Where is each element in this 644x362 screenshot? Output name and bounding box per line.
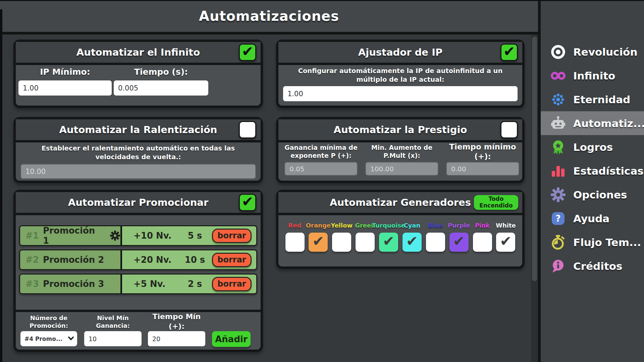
min-p-exponent-input[interactable] [284, 162, 358, 176]
promotion-settings-gear-icon[interactable] [110, 230, 120, 241]
delete-promotion-2-button[interactable]: borrar [212, 253, 252, 267]
generator-orange-checkbox[interactable]: ✔ [309, 233, 328, 252]
panel-auto-promote-header: Automatizar Promocionar ✔ [16, 192, 261, 215]
sidebar-menu: Revolución Infinito [541, 40, 644, 278]
time-label: Tiempo (s): [114, 67, 208, 77]
bar-chart-icon [550, 163, 566, 179]
generator-green-checkbox[interactable] [356, 233, 375, 252]
panel-title: Automatizar Promocionar [68, 197, 209, 208]
panel-title: Automatizar la Prestigio [334, 124, 467, 135]
sidebar-item-eternidad[interactable]: Eternidad [541, 87, 644, 111]
panel-auto-prestige-body: Ganancia mínima de exponente P (+): Min.… [278, 142, 522, 181]
auto-infinity-checkbox[interactable]: ✔ [239, 44, 256, 61]
promo-number-group: Número de Promoción: #4 Promo... [20, 312, 77, 346]
min-pmult-group: Min. Aumento de P.Mult (x): [365, 143, 438, 176]
delete-promotion-3-button[interactable]: borrar [212, 277, 252, 291]
generator-red-checkbox[interactable] [285, 233, 305, 252]
generator-pink: Pink [473, 222, 492, 252]
generator-label: White [496, 222, 516, 231]
delete-promotion-1-button[interactable]: borrar [212, 229, 252, 243]
panel-auto-promote-body: #1 Promoción 1 [16, 215, 261, 350]
generator-blue-checkbox[interactable] [426, 233, 445, 252]
add-promotion-form: Número de Promoción: #4 Promo... Nivel M… [16, 310, 261, 350]
checkmark-icon: ✔ [241, 195, 253, 209]
promo-number-label: Número de Promoción: [20, 313, 77, 330]
promotion-levels: +5 Nv. [133, 279, 178, 289]
min-time-plus-input[interactable] [148, 331, 205, 346]
time-field-group: Tiempo (s): [114, 67, 208, 96]
ip-multiple-input[interactable] [283, 86, 518, 101]
min-time-label: Tiempo mínimo (+): [446, 143, 519, 160]
automations-page: Automatizaciones Automatizar el Infinito… [0, 0, 644, 362]
time-input[interactable] [114, 80, 208, 96]
promotion-row-3-values: +5 Nv. 2 s borrar [122, 275, 256, 293]
add-promotion-button[interactable]: Añadir [212, 331, 251, 347]
promotion-row-1-info: #1 Promoción 1 [20, 226, 122, 245]
toggle-all-generators-button[interactable]: Todo Encendido [474, 195, 518, 210]
sidebar-item-label: Logros [573, 141, 613, 153]
sidebar-item-logros[interactable]: Logros [541, 135, 644, 159]
checkmark-icon: ✔ [406, 234, 418, 248]
promotion-index: #2 [25, 255, 39, 265]
generator-turquoise-checkbox[interactable]: ✔ [379, 233, 398, 252]
auto-prestige-checkbox[interactable] [500, 121, 518, 138]
promo-number-select[interactable]: #4 Promo... [20, 331, 77, 346]
panel-auto-infinity: Automatizar el Infinito ✔ IP Mínimo: Tie… [13, 40, 263, 108]
auto-promote-checkbox[interactable]: ✔ [239, 194, 256, 211]
sidebar-item-label: Revolución [573, 46, 637, 58]
min-pmult-input[interactable] [365, 162, 438, 176]
panel-title: Automatizar el Infinito [76, 47, 200, 58]
sidebar-item-automatizaciones[interactable]: Automatiz... [541, 111, 644, 135]
content-scrollbar-track[interactable] [531, 35, 538, 362]
sidebar-item-creditos[interactable]: Créditos [541, 254, 644, 278]
generator-label: Purple [448, 222, 470, 231]
min-ip-input[interactable] [18, 80, 112, 96]
sidebar-item-revolucion[interactable]: Revolución [541, 40, 644, 64]
checkmark-icon: ✔ [312, 234, 324, 248]
panel-title: Ajustador de IP [358, 47, 442, 58]
sidebar-item-flujo-temporal[interactable]: Flujo Tem... [541, 230, 644, 254]
sidebar-item-infinito[interactable]: Infinito [541, 64, 644, 87]
panel-title: Automatizar Generadores [330, 197, 471, 208]
toggle-all-line1: Todo [489, 196, 504, 202]
min-p-exponent-label: Ganancia mínima de exponente P (+): [284, 143, 358, 160]
generator-purple-checkbox[interactable]: ✔ [449, 233, 469, 252]
ip-adjuster-checkbox[interactable]: ✔ [500, 44, 518, 61]
generator-red: Red [285, 222, 305, 252]
sidebar-item-ayuda[interactable]: ? Ayuda [541, 206, 644, 230]
panel-auto-slowdown-body: Establecer el ralentamiento automático e… [16, 142, 261, 181]
min-level-gain-group: Nivel Mín Ganancia: [84, 312, 142, 346]
panel-auto-generators-body: Red Orange ✔ Yellow [278, 215, 522, 266]
generator-orange: Orange ✔ [309, 222, 328, 252]
min-level-gain-label: Nivel Mín Ganancia: [84, 313, 142, 330]
sidebar-item-opciones[interactable]: Opciones [541, 183, 644, 206]
promotion-name: Promoción 3 [43, 279, 104, 289]
min-level-gain-input[interactable] [84, 331, 142, 346]
sidebar-item-estadisticas[interactable]: Estadísticas [541, 159, 644, 183]
content-scrollbar-thumb[interactable] [532, 37, 537, 281]
sidebar-item-label: Automatiz... [573, 117, 644, 129]
gear-icon [550, 187, 566, 203]
stopwatch-icon [550, 234, 566, 250]
auto-slowdown-checkbox[interactable] [239, 121, 256, 138]
min-time-input[interactable] [446, 162, 519, 176]
slowdown-value-input[interactable] [20, 164, 256, 179]
promotion-levels: +10 Nv. [133, 231, 178, 241]
revolution-target-icon [550, 44, 566, 60]
generator-pink-checkbox[interactable] [473, 233, 492, 252]
generator-yellow-checkbox[interactable] [332, 233, 351, 252]
promotion-name: Promoción 1 [43, 226, 104, 246]
min-time-group: Tiempo mínimo (+): [446, 143, 519, 176]
generator-label: Pink [475, 222, 490, 231]
sidebar-item-label: Ayuda [573, 213, 609, 225]
generator-cyan-checkbox[interactable]: ✔ [402, 233, 422, 252]
checkmark-icon: ✔ [241, 45, 253, 59]
promotion-name: Promoción 2 [43, 255, 104, 265]
promotion-levels: +20 Nv. [133, 255, 178, 265]
generator-label: Yellow [331, 222, 353, 231]
promotion-row-1: #1 Promoción 1 [19, 225, 257, 246]
generator-blue: Blue [426, 222, 445, 252]
generator-white-checkbox[interactable]: ✔ [496, 233, 515, 252]
promotion-index: #3 [25, 279, 39, 289]
promotion-row-1-values: +10 Nv. 5 s borrar [122, 226, 256, 245]
